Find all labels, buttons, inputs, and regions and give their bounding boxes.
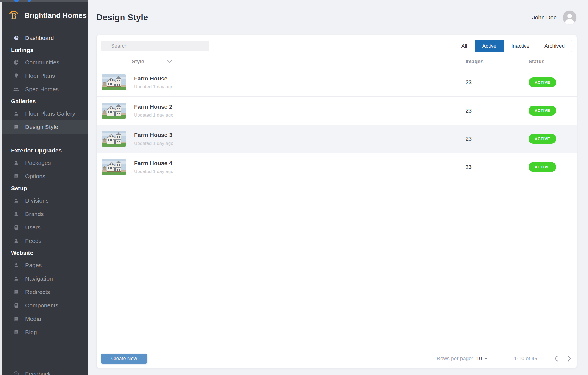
book-icon: [13, 124, 19, 130]
user-icon: [13, 211, 19, 217]
status-badge: ACTIVE: [529, 77, 556, 87]
sidebar-divider: [2, 364, 88, 364]
sidebar: B Brightland Homes Dashboard Listings Co…: [2, 2, 88, 375]
help-icon: ?: [13, 371, 19, 375]
status-badge: ACTIVE: [529, 106, 556, 116]
sidebar-item-feedback[interactable]: ? Feedback: [2, 367, 88, 375]
table-row[interactable]: Farm House 2 Updated 1 day ago 23 ACTIVE: [97, 97, 577, 125]
table-row[interactable]: Farm House 3 Updated 1 day ago 23 ACTIVE: [97, 125, 577, 153]
user-icon: [13, 276, 19, 282]
book-icon: [13, 224, 19, 230]
brand-logo-icon: B: [7, 9, 20, 22]
users-icon: [13, 86, 19, 92]
sidebar-item-packages[interactable]: Packages: [2, 156, 88, 169]
table-body: Farm House Updated 1 day ago 23 ACTIVE: [97, 68, 577, 181]
book-icon: [13, 173, 19, 179]
user-icon: [13, 111, 19, 117]
house-photo-thumbnail: [102, 131, 126, 147]
header-divider: [518, 10, 518, 25]
sidebar-item-components[interactable]: Components: [2, 299, 88, 312]
pagination-range: 1-10 of 45: [514, 356, 537, 362]
sidebar-item-feeds[interactable]: Feeds: [2, 234, 88, 247]
create-new-button[interactable]: Create New: [101, 354, 147, 364]
sidebar-item-media[interactable]: Media: [2, 312, 88, 325]
card-footer: Create New Rows per page: 10 1-10 of 45: [97, 354, 577, 368]
page-title: Design Style: [96, 13, 518, 22]
lightbulb-icon: [13, 73, 19, 79]
house-photo-thumbnail: [102, 103, 126, 119]
sidebar-item-spec-homes[interactable]: Spec Homes: [2, 82, 88, 96]
table-row[interactable]: Farm House 4 Updated 1 day ago 23 ACTIVE: [97, 153, 577, 181]
book-icon: [13, 316, 19, 322]
house-photo-thumbnail: [102, 159, 126, 175]
svg-text:?: ?: [15, 372, 17, 375]
browser-artifact: [0, 0, 88, 2]
user-menu: John Doe: [518, 10, 577, 25]
sidebar-item-redirects[interactable]: Redirects: [2, 285, 88, 299]
brand-name: Brightland Homes: [24, 11, 87, 20]
user-icon: [13, 262, 19, 268]
sidebar-section-setup: Setup: [2, 183, 88, 194]
table-header: Style Images Status: [97, 55, 577, 68]
filter-button-all[interactable]: All: [454, 40, 475, 52]
filter-button-inactive[interactable]: Inactive: [504, 40, 537, 52]
house-photo-thumbnail: [102, 74, 126, 90]
status-filter-group: AllActiveInactiveArchived: [454, 40, 572, 52]
sidebar-item-divisions[interactable]: Divisions: [2, 194, 88, 207]
sidebar-section-listings: Listings: [2, 45, 88, 56]
column-header-images: Images: [466, 59, 529, 65]
sidebar-item-brands[interactable]: Brands: [2, 207, 88, 221]
pie-chart-icon: [13, 59, 19, 65]
sidebar-section-exterior-upgrades: Exterior Upgrades: [2, 145, 88, 156]
book-icon: [13, 289, 19, 295]
user-avatar-icon[interactable]: [562, 10, 577, 25]
user-icon: [13, 238, 19, 244]
column-header-style[interactable]: Style: [97, 59, 466, 65]
content-card: AllActiveInactiveArchived Style Images S…: [96, 35, 577, 368]
filter-button-archived[interactable]: Archived: [537, 40, 572, 52]
main-area: Design Style John Doe AllActiveInactive: [88, 0, 588, 375]
sidebar-item-dashboard[interactable]: Dashboard: [2, 31, 88, 45]
chevron-down-icon[interactable]: [167, 60, 172, 63]
brand[interactable]: B Brightland Homes: [2, 2, 88, 22]
sidebar-section-galleries: Galleries: [2, 96, 88, 107]
user-icon: [13, 160, 19, 166]
left-scroll-strip: [0, 2, 2, 375]
table-row[interactable]: Farm House Updated 1 day ago 23 ACTIVE: [97, 68, 577, 97]
column-header-status: Status: [529, 59, 577, 65]
sidebar-item-design-style[interactable]: Design Style: [2, 120, 88, 134]
caret-down-icon: [484, 358, 487, 360]
sidebar-item-communities[interactable]: Communities: [2, 56, 88, 69]
filter-button-active[interactable]: Active: [475, 40, 504, 52]
search-input[interactable]: [101, 41, 209, 51]
sidebar-nav: Dashboard Listings Communities Floor Pla…: [2, 31, 88, 339]
sidebar-item-options[interactable]: Options: [2, 169, 88, 183]
sidebar-item-navigation[interactable]: Navigation: [2, 272, 88, 285]
status-badge: ACTIVE: [529, 134, 556, 144]
rows-per-page-select[interactable]: 10: [476, 356, 487, 362]
pie-chart-icon: [13, 35, 19, 41]
svg-text:B: B: [11, 12, 17, 21]
sidebar-footer: ? Feedback: [2, 364, 88, 375]
prev-page-button[interactable]: [553, 355, 559, 362]
user-icon: [13, 198, 19, 204]
book-icon: [13, 302, 19, 308]
rows-per-page-label: Rows per page:: [436, 356, 473, 362]
sidebar-item-blog[interactable]: Blog: [2, 325, 88, 339]
toolbar: AllActiveInactiveArchived: [97, 35, 577, 55]
sidebar-section-website: Website: [2, 247, 88, 258]
book-icon: [13, 329, 19, 335]
sidebar-item-users[interactable]: Users: [2, 221, 88, 234]
sidebar-item-floor-plans-gallery[interactable]: Floor Plans Gallery: [2, 107, 88, 120]
page-header: Design Style John Doe: [88, 0, 588, 35]
user-name[interactable]: John Doe: [532, 14, 557, 21]
empty-space: [97, 181, 577, 354]
sidebar-item-pages[interactable]: Pages: [2, 258, 88, 272]
sidebar-item-floor-plans[interactable]: Floor Plans: [2, 69, 88, 82]
pagination: Rows per page: 10 1-10 of 45: [436, 355, 572, 362]
next-page-button[interactable]: [566, 355, 572, 362]
status-badge: ACTIVE: [529, 162, 556, 172]
